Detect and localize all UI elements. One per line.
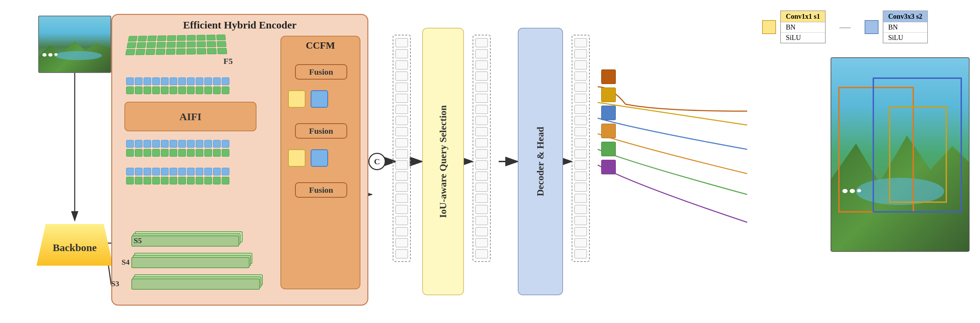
feature-square (574, 194, 587, 203)
feature-square (476, 238, 488, 247)
f5-cell (207, 41, 216, 47)
f5-cell (177, 42, 186, 48)
feature-square (574, 238, 587, 247)
f5-cell (176, 48, 186, 54)
feature-square (574, 216, 587, 225)
feature-square (396, 38, 408, 47)
feature-cell (170, 177, 177, 184)
feature-cell (152, 177, 160, 184)
fusion-2: Fusion (295, 123, 347, 139)
feature-square (476, 49, 488, 59)
feature-square (476, 60, 488, 70)
feature-cell (213, 78, 221, 85)
feature-cell (143, 78, 151, 85)
feature-cell (178, 149, 186, 157)
feature-square (476, 227, 488, 236)
fusion-1: Fusion (295, 64, 347, 79)
feature-cell (152, 78, 160, 85)
feature-square (574, 60, 587, 70)
f5-cell (197, 41, 206, 47)
conv1-bn: BN (781, 22, 825, 33)
f5-cell (135, 49, 145, 55)
feature-square (476, 160, 488, 169)
feature-cell (126, 168, 134, 176)
decoder-label: Decoder & Head (534, 127, 547, 196)
conv1-header: Conv1x1 s1 (781, 11, 825, 22)
f5-cell (146, 49, 155, 55)
f5-area: F5 (126, 34, 258, 66)
f5-cell (187, 42, 196, 48)
feature-cell (135, 87, 143, 94)
feature-square (476, 194, 488, 203)
feature-square (396, 249, 408, 258)
conv2-bn: BN (883, 22, 927, 33)
feature-square (396, 94, 408, 103)
ccfm-box: CCFM Fusion Fusion Fusion (280, 36, 360, 289)
feature-square (396, 172, 408, 180)
f5-cell (217, 48, 227, 54)
feature-cell (187, 78, 195, 85)
feature-square (574, 160, 587, 169)
feature-square (574, 205, 587, 214)
feature-square (396, 60, 408, 70)
s-layers-group: S5 S4 S3 (131, 231, 253, 285)
feature-square (574, 138, 587, 147)
s5-label: S5 (134, 236, 142, 245)
feature-square (396, 238, 408, 247)
feature-square (476, 205, 488, 214)
feature-cell (222, 87, 229, 94)
ccfm-title: CCFM (281, 36, 360, 51)
feature-cell (204, 78, 212, 85)
feature-square (574, 227, 587, 236)
s4-label: S4 (122, 258, 130, 267)
feature-cell (170, 168, 177, 176)
feature-square (396, 138, 408, 147)
f5-cell (128, 36, 138, 41)
feature-cell (126, 177, 134, 184)
feature-cell (170, 140, 177, 147)
feature-square (476, 127, 488, 136)
feature-cell (161, 168, 169, 176)
blue-sq-2 (311, 149, 328, 167)
feature-cell (135, 149, 143, 157)
f5-cell (197, 48, 206, 54)
feature-square (476, 183, 488, 192)
out-sq-yellow (601, 87, 616, 102)
feature-square (574, 94, 587, 103)
row-below-aifi (126, 140, 229, 157)
fusion-2-label: Fusion (309, 127, 333, 136)
feature-square (574, 49, 587, 59)
backbone-label: Backbone (53, 242, 97, 253)
f5-cell (157, 35, 167, 41)
feature-cell (143, 140, 151, 147)
f5-cell (167, 35, 176, 41)
feature-square (574, 149, 587, 158)
feature-cell (143, 177, 151, 184)
backbone-box: Backbone (37, 224, 113, 266)
feature-cell (213, 177, 221, 184)
feature-cell (135, 177, 143, 184)
feature-cell (178, 78, 186, 85)
feature-square (476, 149, 488, 158)
feature-cell (196, 177, 203, 184)
feature-square (476, 116, 488, 125)
s3-label: S3 (111, 279, 119, 288)
f5-cell (166, 49, 175, 55)
f5-cell (127, 43, 136, 48)
dashed-col-3 (572, 35, 590, 262)
f5-cell (216, 34, 226, 40)
feature-cell (204, 87, 212, 94)
input-image (38, 16, 111, 73)
aifi-label: AIFI (179, 111, 201, 123)
feature-cell (161, 140, 169, 147)
encoder-box: Efficient Hybrid Encoder F5 AIFI (111, 14, 368, 306)
feature-cell (187, 177, 195, 184)
f5-cell (156, 42, 166, 48)
feature-cell (213, 168, 221, 176)
feature-cell (187, 149, 195, 157)
f5-cell (207, 48, 217, 54)
row-above-aifi (126, 78, 229, 94)
feature-cell (152, 140, 160, 147)
feature-cell (222, 177, 229, 184)
f5-cell (137, 43, 146, 48)
